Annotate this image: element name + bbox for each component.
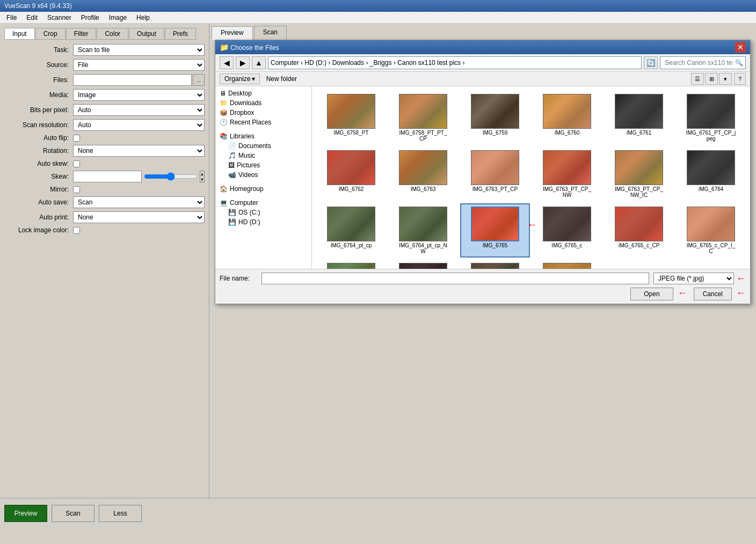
file-item-img6765c[interactable]: ← IMG_6765_c: [532, 203, 602, 258]
nav-libraries[interactable]: 📚 Libraries: [217, 131, 309, 141]
tab-filter[interactable]: Filter: [66, 28, 97, 40]
skew-spinner[interactable]: ▲ ▼: [200, 171, 205, 182]
menu-image[interactable]: Image: [105, 13, 131, 23]
menu-edit[interactable]: Edit: [22, 13, 42, 23]
help-button[interactable]: ?: [734, 73, 746, 85]
file-item-img6765ccp[interactable]: IMG_6765_c_CP: [604, 203, 674, 258]
tab-scan[interactable]: Scan: [254, 26, 287, 40]
nav-homegroup[interactable]: 🏠 Homegroup: [217, 184, 309, 194]
menu-help[interactable]: Help: [132, 13, 154, 23]
dialog-body: 🖥 Desktop 📁 Downloads 📦 Dropbox 🕐 Recent…: [215, 86, 750, 269]
skew-spin-up[interactable]: ▲: [200, 171, 204, 177]
nav-recent-places[interactable]: 🕐 Recent Places: [217, 117, 309, 127]
files-input[interactable]: scan0001.tif: [73, 74, 192, 86]
file-item-img6765[interactable]: IMG_6765: [460, 203, 530, 258]
file-item-img6761ptcpjpeg[interactable]: IMG_6761_PT_CP_jpeg: [676, 91, 746, 145]
tab-crop[interactable]: Crop: [35, 28, 66, 40]
nav-dropbox[interactable]: 📦 Dropbox: [217, 108, 309, 117]
auto-print-row: Auto print: None: [4, 211, 205, 223]
file-item-img6758ptptcp[interactable]: IMG_6758_PT_PT_CP: [388, 91, 458, 145]
nav-desktop[interactable]: 🖥 Desktop: [217, 89, 309, 98]
skew-input[interactable]: 0: [73, 171, 142, 182]
file-item-img6765ccpic[interactable]: IMG_6765_c_CP_I_C: [676, 203, 746, 258]
lock-image-label: Lock image color:: [4, 226, 69, 234]
menu-file[interactable]: File: [2, 13, 21, 23]
preview-button[interactable]: Preview: [4, 505, 47, 522]
mirror-checkbox[interactable]: [73, 186, 80, 193]
desktop-icon: 🖥: [220, 90, 226, 97]
organize-button[interactable]: Organize ▾: [220, 73, 260, 84]
nav-pictures[interactable]: 🖼 Pictures: [217, 160, 309, 170]
refresh-button[interactable]: 🔄: [644, 56, 658, 69]
task-select[interactable]: Scan to file: [73, 44, 205, 56]
files-browse-button[interactable]: ...: [193, 74, 205, 86]
rotation-select[interactable]: None: [73, 145, 205, 157]
music-icon: 🎵: [228, 152, 236, 159]
menu-bar: File Edit Scanner Profile Image Help: [0, 12, 756, 24]
file-item-img6761[interactable]: IMG_6761: [604, 91, 674, 145]
scan-button[interactable]: Scan: [52, 505, 95, 522]
file-item-row4-3[interactable]: [460, 260, 530, 269]
view-details-button[interactable]: ▾: [719, 73, 732, 85]
auto-save-select[interactable]: Scan: [73, 196, 205, 208]
main-layout: Input Crop Filter Color Output Prefs Tas…: [0, 24, 756, 498]
media-select[interactable]: Image: [73, 89, 205, 101]
file-item-img6759[interactable]: IMG_6759: [460, 91, 530, 145]
skew-spin-down[interactable]: ▼: [200, 177, 204, 182]
auto-skew-checkbox[interactable]: [73, 160, 80, 167]
file-thumb-img6763: [399, 150, 447, 185]
file-item-img6764[interactable]: IMG_6764: [676, 147, 746, 201]
file-name-input[interactable]: IMG_6765: [261, 273, 649, 284]
file-name-img6763: IMG_6763: [411, 186, 436, 192]
search-input[interactable]: [663, 57, 735, 69]
nav-os-c[interactable]: 💾 OS (C:): [217, 208, 309, 217]
file-thumb-img6760: [543, 94, 591, 129]
file-item-img6762[interactable]: IMG_6762: [316, 147, 386, 201]
open-button[interactable]: Open: [630, 288, 673, 300]
less-button[interactable]: Less: [99, 505, 142, 522]
nav-computer[interactable]: 💻 Computer: [217, 198, 309, 208]
scan-res-select[interactable]: Auto: [73, 119, 205, 131]
tab-prefs[interactable]: Prefs: [165, 28, 196, 40]
nav-music[interactable]: 🎵 Music: [217, 151, 309, 160]
file-item-img6763ptcpnw[interactable]: IMG_6763_PT_CP_NW: [532, 147, 602, 201]
back-button[interactable]: ◀: [220, 56, 234, 69]
tab-input[interactable]: Input: [4, 28, 35, 40]
file-item-img6763ptcp[interactable]: IMG_6763_PT_CP: [460, 147, 530, 201]
lock-image-checkbox[interactable]: [73, 227, 80, 234]
menu-profile[interactable]: Profile: [77, 13, 104, 23]
file-item-row4-4[interactable]: [532, 260, 602, 269]
tab-output[interactable]: Output: [129, 28, 164, 40]
file-type-select[interactable]: JPEG file (*.jpg): [653, 273, 734, 284]
file-item-img6763[interactable]: IMG_6763: [388, 147, 458, 201]
file-item-img6764ptcpnw[interactable]: IMG_6764_pt_cp_NW: [388, 203, 458, 258]
file-item-img6763ptcpnwic[interactable]: IMG_6763_PT_CP_NW_IC: [604, 147, 674, 201]
dialog-close-button[interactable]: ✕: [735, 42, 746, 53]
nav-documents[interactable]: 📄 Documents: [217, 141, 309, 151]
tab-preview[interactable]: Preview: [212, 26, 253, 40]
nav-downloads[interactable]: 📁 Downloads: [217, 98, 309, 108]
skew-slider[interactable]: [144, 172, 198, 181]
up-button[interactable]: ▲: [252, 56, 266, 69]
file-item-row4-2[interactable]: [388, 260, 458, 269]
source-select[interactable]: File: [73, 59, 205, 71]
file-item-img6764ptcp[interactable]: IMG_6764_pt_cp: [316, 203, 386, 258]
file-name-img6759: IMG_6759: [483, 130, 508, 136]
auto-print-select[interactable]: None: [73, 211, 205, 223]
forward-button[interactable]: ▶: [236, 56, 250, 69]
homegroup-icon: 🏠: [220, 185, 228, 193]
auto-flip-checkbox[interactable]: [73, 135, 80, 142]
bits-select[interactable]: Auto: [73, 104, 205, 116]
file-item-img6758pt[interactable]: IMG_6758_PT: [316, 91, 386, 145]
file-item-row4-1[interactable]: [316, 260, 386, 269]
cancel-button[interactable]: Cancel: [694, 288, 732, 300]
new-folder-button[interactable]: New folder: [262, 74, 301, 84]
view-grid-button[interactable]: ⊞: [705, 73, 718, 85]
nav-videos[interactable]: 📹 Videos: [217, 170, 309, 180]
dialog-footer: File name: IMG_6765 JPEG file (*.jpg) ← …: [215, 269, 750, 304]
file-item-img6760[interactable]: IMG_6760: [532, 91, 602, 145]
menu-scanner[interactable]: Scanner: [43, 13, 76, 23]
nav-hd-d[interactable]: 💾 HD (D:): [217, 217, 309, 227]
tab-color[interactable]: Color: [97, 28, 128, 40]
view-list-button[interactable]: ☰: [691, 73, 704, 85]
